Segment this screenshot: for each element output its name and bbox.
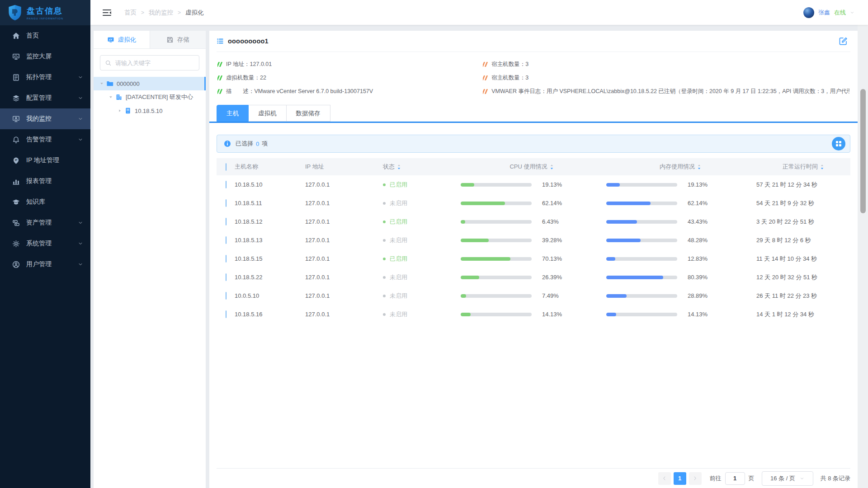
caret-right-icon[interactable] bbox=[117, 108, 123, 113]
cell-cpu: 26.39% bbox=[459, 274, 604, 281]
cell-ip: 127.0.0.1 bbox=[305, 200, 383, 206]
sort-icon[interactable] bbox=[820, 164, 824, 170]
row-checkbox[interactable] bbox=[226, 273, 226, 281]
chevron-down-icon bbox=[78, 116, 83, 122]
tree-node-1[interactable]: 0000000 bbox=[94, 77, 206, 90]
cpu-progress-bar bbox=[461, 294, 532, 298]
row-checkbox[interactable] bbox=[226, 181, 226, 188]
explorer-panel: 虚拟化存储 0000000 [DATACENTER] 研发中心 10.18.5.… bbox=[94, 31, 206, 488]
chevron-down-icon bbox=[78, 137, 83, 142]
caret-down-icon[interactable] bbox=[99, 81, 104, 86]
next-page-button[interactable] bbox=[689, 472, 702, 485]
cell-hostname[interactable]: 10.18.5.22 bbox=[235, 274, 305, 281]
sidebar-item-5[interactable]: 我的监控 bbox=[0, 108, 90, 129]
cell-cpu: 70.13% bbox=[459, 255, 604, 262]
cell-uptime: 54 天 21 时 9 分 32 秒 bbox=[756, 199, 850, 207]
breadcrumb-item[interactable]: 我的监控 bbox=[149, 9, 173, 17]
chevron-down-icon bbox=[78, 75, 83, 80]
avatar[interactable] bbox=[803, 7, 814, 18]
collapse-menu-icon[interactable] bbox=[102, 9, 112, 17]
row-checkbox[interactable] bbox=[226, 218, 226, 225]
breadcrumb-separator: > bbox=[141, 9, 144, 16]
sort-icon[interactable] bbox=[550, 164, 554, 170]
sidebar-item-4[interactable]: 配置管理 bbox=[0, 88, 90, 108]
my-monitor-icon bbox=[12, 115, 20, 123]
sidebar-item-6[interactable]: 告警管理 bbox=[0, 129, 90, 150]
sidebar-item-label: 配置管理 bbox=[26, 94, 52, 102]
row-checkbox[interactable] bbox=[226, 199, 226, 207]
memory-percent: 19.13% bbox=[688, 181, 708, 188]
cell-status: 未启用 bbox=[383, 292, 459, 300]
shield-logo-icon bbox=[7, 4, 23, 21]
cell-hostname[interactable]: 10.0.5.10 bbox=[235, 292, 305, 299]
cell-uptime: 14 天 1 时 12 分 34 秒 bbox=[756, 310, 850, 319]
cell-status: 未启用 bbox=[383, 199, 459, 207]
col-memory[interactable]: 内存使用情况 bbox=[604, 163, 756, 171]
cell-cpu: 7.49% bbox=[459, 292, 604, 299]
tree-node-2[interactable]: [DATACENTER] 研发中心 bbox=[94, 90, 206, 104]
prev-page-button[interactable] bbox=[658, 472, 671, 485]
cell-memory: 48.28% bbox=[604, 237, 756, 244]
selection-bar: 已选择 0 项 bbox=[217, 135, 850, 153]
sidebar-item-7[interactable]: IP IP 地址管理 bbox=[0, 150, 90, 171]
row-checkbox[interactable] bbox=[226, 292, 226, 300]
cell-hostname[interactable]: 10.18.5.13 bbox=[235, 237, 305, 244]
cell-uptime: 12 天 20 时 32 分 51 秒 bbox=[756, 273, 850, 282]
sidebar-item-2[interactable]: 监控大屏 bbox=[0, 46, 90, 67]
goto-page-input[interactable] bbox=[725, 472, 745, 485]
col-uptime[interactable]: 正常运行时间 bbox=[756, 163, 850, 171]
breadcrumb: 首页>我的监控>虚拟化 bbox=[124, 9, 204, 17]
sidebar-item-10[interactable]: 资产管理 bbox=[0, 212, 90, 233]
sort-icon[interactable] bbox=[697, 164, 701, 170]
page-size-select[interactable]: 16 条 / 页 bbox=[762, 471, 813, 486]
row-checkbox[interactable] bbox=[226, 255, 226, 263]
tab-3[interactable]: 数据储存 bbox=[287, 105, 330, 122]
cell-ip: 127.0.0.1 bbox=[305, 292, 383, 299]
sidebar-item-3[interactable]: 拓扑管理 bbox=[0, 67, 90, 88]
cell-hostname[interactable]: 10.18.5.11 bbox=[235, 200, 305, 206]
sidebar-item-1[interactable]: 首页 bbox=[0, 25, 90, 46]
cpu-progress-bar bbox=[461, 220, 532, 224]
caret-down-icon[interactable] bbox=[108, 94, 113, 100]
cell-status: 已启用 bbox=[383, 218, 459, 226]
memory-progress-bar bbox=[606, 202, 677, 205]
search-input[interactable] bbox=[115, 60, 195, 66]
scrollbar-thumb[interactable] bbox=[860, 89, 866, 213]
breadcrumb-item[interactable]: 首页 bbox=[124, 9, 137, 17]
row-checkbox[interactable] bbox=[226, 310, 226, 318]
cell-status: 未启用 bbox=[383, 310, 459, 319]
tree-node-3[interactable]: 10.18.5.10 bbox=[94, 104, 206, 117]
tab-2[interactable]: 虚拟机 bbox=[249, 105, 287, 122]
brand-name: 盘古信息 bbox=[27, 5, 63, 16]
explorer-tab-2[interactable]: 存储 bbox=[150, 31, 206, 48]
cell-hostname[interactable]: 10.18.5.16 bbox=[235, 311, 305, 318]
cell-cpu: 6.43% bbox=[459, 218, 604, 225]
cell-hostname[interactable]: 10.18.5.12 bbox=[235, 218, 305, 225]
chevron-down-icon bbox=[78, 220, 83, 225]
col-status[interactable]: 状态 bbox=[383, 163, 459, 171]
tab-1[interactable]: 主机 bbox=[217, 105, 249, 122]
gear-icon bbox=[12, 240, 20, 248]
status-dot-icon bbox=[383, 258, 386, 260]
selection-suffix: 项 bbox=[262, 140, 268, 148]
page-1-button[interactable]: 1 bbox=[674, 472, 686, 485]
col-cpu[interactable]: CPU 使用情况 bbox=[459, 163, 604, 171]
sidebar-item-11[interactable]: 系统管理 bbox=[0, 233, 90, 254]
cell-hostname[interactable]: 10.18.5.10 bbox=[235, 181, 305, 188]
info-item-right-1: 宿主机数量3 bbox=[483, 57, 849, 71]
info-item-left-1: IP 地址127.0.01 bbox=[217, 57, 483, 71]
cell-memory: 28.89% bbox=[604, 292, 756, 299]
select-all-checkbox[interactable] bbox=[226, 163, 226, 171]
sidebar-item-9[interactable]: 知识库 bbox=[0, 192, 90, 212]
user-menu[interactable]: 张鑫 在线 bbox=[803, 7, 854, 18]
status-dot-icon bbox=[383, 239, 386, 242]
info-item-left-3: 描 述VMware vCenter Server 6.7.0 build-130… bbox=[217, 84, 483, 98]
column-settings-button[interactable] bbox=[832, 137, 845, 150]
row-checkbox[interactable] bbox=[226, 236, 226, 244]
sort-icon[interactable] bbox=[397, 164, 401, 170]
edit-icon[interactable] bbox=[839, 37, 848, 46]
sidebar-item-12[interactable]: 用户管理 bbox=[0, 254, 90, 275]
cell-hostname[interactable]: 10.18.5.15 bbox=[235, 255, 305, 262]
sidebar-item-8[interactable]: 报表管理 bbox=[0, 171, 90, 192]
explorer-tab-1[interactable]: 虚拟化 bbox=[94, 31, 150, 48]
